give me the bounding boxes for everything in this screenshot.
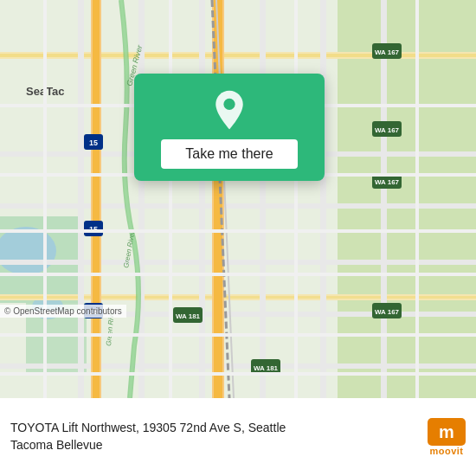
svg-rect-59 [415, 0, 419, 398]
location-region: Tacoma Bellevue [10, 438, 103, 452]
svg-point-60 [223, 99, 235, 110]
svg-rect-53 [0, 273, 476, 276]
moovit-label: moovit [429, 446, 463, 456]
svg-rect-8 [0, 54, 476, 57]
moovit-logo-icon: m [428, 418, 466, 446]
map-svg: 15 15 15 WA 167 WA 167 WA 167 WA 167 WA … [0, 0, 476, 398]
svg-rect-19 [260, 0, 266, 398]
osm-text: © OpenStreetMap contributors [4, 306, 122, 316]
svg-rect-1 [338, 0, 476, 173]
svg-text:WA 181: WA 181 [176, 312, 201, 320]
location-pin-icon [209, 89, 250, 131]
bottom-bar: TOYOTA Lift Northwest, 19305 72nd Ave S,… [0, 398, 476, 476]
svg-rect-23 [93, 0, 100, 398]
svg-rect-16 [78, 0, 84, 398]
svg-text:m: m [439, 422, 454, 441]
address-text: TOYOTA Lift Northwest, 19305 72nd Ave S,… [10, 420, 419, 453]
location-card: Take me there [134, 74, 325, 181]
svg-rect-20 [320, 0, 326, 398]
svg-rect-52 [0, 229, 476, 233]
svg-text:WA 167: WA 167 [375, 48, 400, 56]
svg-rect-15 [0, 296, 476, 299]
location-name: TOYOTA Lift Northwest, 19305 72nd Ave S,… [10, 421, 286, 434]
svg-rect-57 [169, 0, 172, 398]
take-me-there-button[interactable]: Take me there [161, 139, 297, 169]
svg-text:WA 167: WA 167 [375, 308, 400, 316]
svg-text:15: 15 [89, 138, 98, 147]
osm-attribution: © OpenStreetMap contributors [0, 305, 126, 318]
svg-rect-58 [294, 0, 298, 398]
svg-text:WA 181: WA 181 [254, 364, 279, 372]
svg-rect-18 [199, 0, 205, 398]
moovit-logo: m moovit [428, 418, 466, 456]
svg-rect-11 [0, 260, 476, 265]
svg-rect-21 [381, 0, 387, 398]
svg-rect-10 [0, 203, 476, 209]
svg-rect-55 [0, 372, 476, 376]
svg-text:WA 167: WA 167 [375, 126, 400, 134]
svg-text:WA 167: WA 167 [375, 178, 400, 186]
svg-rect-13 [0, 363, 476, 369]
map-container: 15 15 15 WA 167 WA 167 WA 167 WA 167 WA … [0, 0, 476, 398]
svg-rect-56 [43, 0, 47, 398]
svg-rect-54 [0, 333, 476, 337]
